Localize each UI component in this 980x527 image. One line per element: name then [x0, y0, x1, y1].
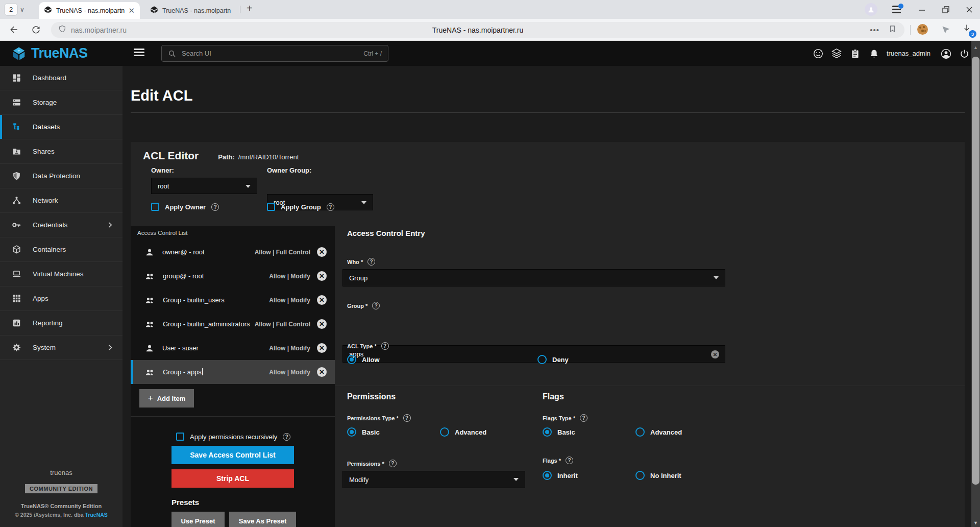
acl-entry-row[interactable]: Group - builtin_users Allow | Modify ✕	[131, 288, 335, 312]
sidebar-item-credentials[interactable]: Credentials	[0, 213, 122, 237]
cookie-extension-icon[interactable]	[917, 24, 928, 35]
flags-type-advanced-option[interactable]: Advanced	[635, 427, 682, 437]
reload-button[interactable]	[30, 23, 42, 36]
more-actions-icon[interactable]: •••	[870, 26, 879, 34]
sidebar-item-containers[interactable]: Containers	[0, 237, 122, 262]
tab-list-chevron-icon[interactable]: ∨	[20, 6, 24, 13]
group-input[interactable]: apps ✕	[342, 345, 725, 363]
radio-checked-icon[interactable]	[543, 427, 552, 437]
extension-icon[interactable]	[941, 25, 951, 37]
acl-entry-row-selected[interactable]: Group - apps Allow | Modify ✕	[131, 360, 335, 384]
remove-entry-icon[interactable]: ✕	[317, 367, 327, 377]
acl-entry-row[interactable]: owner@ - root Allow | Full Control ✕	[131, 240, 335, 264]
radio-checked-icon[interactable]	[543, 471, 552, 480]
permissions-type-basic-option[interactable]: Basic	[347, 427, 380, 437]
clear-input-icon[interactable]: ✕	[711, 350, 719, 358]
window-restore-button[interactable]	[940, 4, 951, 15]
browser-tab-inactive[interactable]: TrueNAS - nas.moipartner.	[145, 2, 236, 19]
apply-recursively-checkbox[interactable]	[176, 433, 184, 441]
acl-entry-row[interactable]: User - suser Allow | Modify ✕	[131, 336, 335, 360]
owner-select[interactable]: root	[151, 178, 257, 194]
help-icon[interactable]: ?	[327, 203, 334, 211]
remove-entry-icon[interactable]: ✕	[317, 247, 327, 257]
radio-unchecked-icon[interactable]	[537, 355, 547, 364]
search-input[interactable]	[181, 49, 363, 58]
window-close-button[interactable]	[964, 4, 975, 15]
browser-tab-active[interactable]: TrueNAS - nas.moipartn ✕	[39, 2, 140, 19]
browser-menu-icon[interactable]	[892, 5, 902, 13]
acl-entry-row[interactable]: group@ - root Allow | Modify ✕	[131, 264, 335, 288]
truenas-link[interactable]: TrueNAS	[85, 512, 107, 518]
sidebar-item-system[interactable]: System	[0, 336, 122, 360]
help-icon[interactable]: ?	[403, 414, 411, 422]
acl-type-deny-option[interactable]: Deny	[537, 355, 569, 364]
tab-close-icon[interactable]: ✕	[128, 7, 135, 14]
truenas-logo[interactable]: TrueNAS	[11, 45, 88, 61]
permissions-select[interactable]: Modify	[342, 471, 525, 488]
scrollbar-up-arrow[interactable]: ▲	[971, 45, 980, 50]
remove-entry-icon[interactable]: ✕	[317, 295, 327, 305]
help-icon[interactable]: ?	[580, 414, 587, 422]
hamburger-menu-icon[interactable]	[134, 49, 144, 58]
feedback-smiley-icon[interactable]	[812, 47, 824, 60]
radio-checked-icon[interactable]	[347, 355, 356, 364]
jobs-clipboard-icon[interactable]	[849, 47, 861, 60]
tab-count-badge[interactable]: 2	[4, 3, 18, 16]
flags-inherit-option[interactable]: Inherit	[543, 471, 578, 480]
sidebar-item-virtual-machines[interactable]: Virtual Machines	[0, 262, 122, 286]
flags-no-inherit-option[interactable]: No Inherit	[635, 471, 681, 480]
save-as-preset-button[interactable]: Save As Preset	[229, 512, 296, 527]
remove-entry-icon[interactable]: ✕	[317, 319, 327, 329]
help-icon[interactable]: ?	[368, 258, 375, 266]
bookmark-icon[interactable]	[889, 25, 896, 35]
browser-profile-avatar[interactable]	[865, 3, 877, 16]
remove-entry-icon[interactable]: ✕	[317, 271, 327, 281]
sidebar-item-dashboard[interactable]: Dashboard	[0, 66, 122, 90]
radio-unchecked-icon[interactable]	[635, 427, 645, 437]
use-preset-button[interactable]: Use Preset	[172, 512, 225, 527]
apply-group-row: Apply Group ?	[267, 203, 334, 211]
new-tab-button[interactable]: +	[247, 3, 253, 14]
alerts-bell-icon[interactable]	[868, 47, 880, 60]
permissions-type-advanced-option[interactable]: Advanced	[440, 427, 486, 437]
help-icon[interactable]: ?	[381, 342, 389, 350]
back-button[interactable]	[8, 23, 20, 36]
tab-counter[interactable]: 2 ∨	[4, 3, 24, 16]
help-icon[interactable]: ?	[566, 457, 573, 464]
url-field[interactable]: nas.moipartner.ru TrueNAS - nas.moipartn…	[51, 22, 904, 38]
sidebar-item-storage[interactable]: Storage	[0, 90, 122, 115]
truecommand-icon[interactable]	[830, 47, 843, 60]
help-icon[interactable]: ?	[372, 302, 380, 309]
radio-checked-icon[interactable]	[347, 427, 356, 437]
window-minimize-button[interactable]	[916, 4, 927, 15]
apply-owner-checkbox[interactable]	[151, 203, 159, 211]
strip-acl-button[interactable]: Strip ACL	[172, 469, 294, 488]
remove-entry-icon[interactable]: ✕	[317, 343, 327, 353]
acl-type-allow-option[interactable]: Allow	[347, 355, 380, 364]
downloads-button[interactable]: 3	[962, 23, 974, 36]
sidebar-item-data-protection[interactable]: Data Protection	[0, 164, 122, 188]
sidebar-item-apps[interactable]: Apps	[0, 286, 122, 311]
power-icon[interactable]	[958, 47, 970, 60]
save-acl-button[interactable]: Save Access Control List	[172, 446, 294, 464]
sidebar-item-network[interactable]: Network	[0, 188, 122, 213]
radio-unchecked-icon[interactable]	[440, 427, 449, 437]
help-icon[interactable]: ?	[389, 460, 397, 467]
flags-type-basic-option[interactable]: Basic	[543, 427, 575, 437]
sidebar-item-shares[interactable]: Shares	[0, 139, 122, 164]
add-item-button[interactable]: + Add Item	[139, 389, 194, 408]
acl-list-heading: Access Control List	[137, 230, 187, 236]
scrollbar-thumb[interactable]	[972, 57, 979, 485]
who-select[interactable]: Group	[342, 269, 725, 286]
scrollbar-down-arrow[interactable]: ▼	[971, 520, 980, 525]
sidebar-item-reporting[interactable]: Reporting	[0, 311, 122, 336]
global-search[interactable]: Ctrl + /	[161, 45, 388, 62]
sidebar-item-datasets[interactable]: Datasets	[0, 115, 122, 139]
help-icon[interactable]: ?	[283, 433, 290, 441]
account-icon[interactable]	[940, 47, 952, 60]
apply-group-checkbox[interactable]	[267, 203, 275, 211]
acl-entry-row[interactable]: Group - builtin_administrators Allow | F…	[131, 312, 335, 336]
page-scrollbar[interactable]: ▲ ▼	[971, 41, 980, 527]
help-icon[interactable]: ?	[211, 203, 219, 211]
radio-unchecked-icon[interactable]	[635, 471, 645, 480]
